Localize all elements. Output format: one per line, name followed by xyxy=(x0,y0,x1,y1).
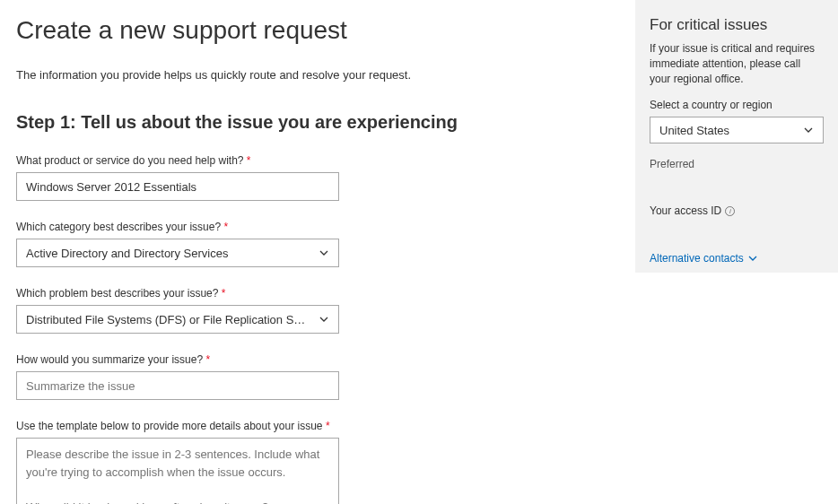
problem-label: Which problem best describes your issue?… xyxy=(16,287,339,300)
main-form: Create a new support request The informa… xyxy=(0,0,628,504)
info-icon[interactable]: i xyxy=(725,206,735,216)
region-label: Select a country or region xyxy=(650,99,824,111)
region-value: United States xyxy=(659,124,729,137)
problem-select[interactable]: Distributed File Systems (DFS) or File R… xyxy=(16,305,339,334)
details-field: Use the template below to provide more d… xyxy=(16,420,339,504)
problem-field: Which problem best describes your issue?… xyxy=(16,287,339,334)
category-field: Which category best describes your issue… xyxy=(16,221,339,267)
preferred-label: Preferred xyxy=(650,158,824,170)
product-input[interactable]: Windows Server 2012 Essentials xyxy=(16,172,339,201)
chevron-down-icon xyxy=(747,253,758,264)
sidebar-text: If your issue is critical and requires i… xyxy=(650,41,824,86)
category-label: Which category best describes your issue… xyxy=(16,221,339,233)
summary-label: How would you summarize your issue? * xyxy=(16,353,339,366)
chevron-down-icon xyxy=(803,125,814,135)
intro-text: The information you provide helps us qui… xyxy=(16,68,612,82)
category-value: Active Directory and Directory Services xyxy=(26,247,311,260)
alternative-contacts-link[interactable]: Alternative contacts xyxy=(650,252,758,265)
chevron-down-icon xyxy=(319,314,329,325)
chevron-down-icon xyxy=(319,248,329,258)
details-textarea[interactable] xyxy=(16,438,339,504)
sidebar-title: For critical issues xyxy=(650,16,824,34)
summary-field: How would you summarize your issue? * xyxy=(16,353,339,400)
step-heading: Step 1: Tell us about the issue you are … xyxy=(16,112,612,133)
product-value: Windows Server 2012 Essentials xyxy=(26,180,329,194)
product-field: What product or service do you need help… xyxy=(16,154,339,201)
product-label: What product or service do you need help… xyxy=(16,154,339,167)
category-select[interactable]: Active Directory and Directory Services xyxy=(16,239,339,267)
critical-issues-sidebar: For critical issues If your issue is cri… xyxy=(635,0,838,273)
alternative-contacts-label: Alternative contacts xyxy=(650,252,744,265)
details-label: Use the template below to provide more d… xyxy=(16,420,339,432)
page-title: Create a new support request xyxy=(16,16,612,45)
access-id-label: Your access ID xyxy=(650,204,721,217)
summary-input[interactable] xyxy=(16,371,339,400)
region-select[interactable]: United States xyxy=(650,117,824,143)
problem-value: Distributed File Systems (DFS) or File R… xyxy=(26,313,311,326)
access-id-row: Your access ID i xyxy=(650,204,824,217)
